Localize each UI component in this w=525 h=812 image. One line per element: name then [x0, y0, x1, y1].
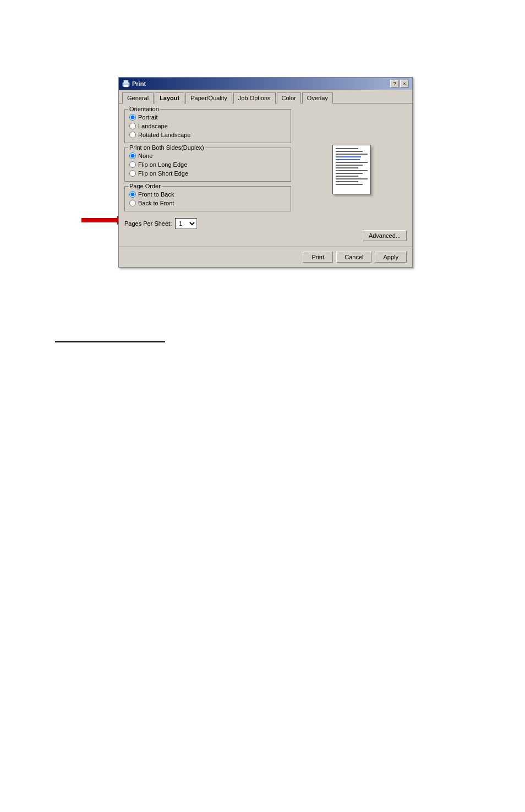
page-order-group-title: Page Order	[128, 183, 162, 189]
preview-line-11	[336, 176, 358, 177]
left-panel: Orientation Portrait Landscape Rotated L…	[124, 109, 291, 241]
underline	[55, 341, 165, 342]
button-bar: Print Cancel Apply	[119, 247, 412, 267]
front-to-back-label: Front to Back	[138, 191, 174, 198]
dialog-title: Print	[132, 80, 146, 87]
tab-bar: General Layout Paper/Quality Job Options…	[119, 90, 412, 103]
tab-general[interactable]: General	[122, 92, 154, 103]
landscape-label: Landscape	[138, 123, 168, 129]
preview-area	[297, 109, 407, 230]
preview-line-6	[336, 162, 368, 163]
preview-line-8	[336, 167, 358, 168]
duplex-group: Print on Both Sides(Duplex) None Flip on…	[124, 148, 291, 182]
portrait-option: Portrait	[129, 114, 286, 121]
flip-long-edge-option: Flip on Long Edge	[129, 161, 286, 168]
preview-line-1	[336, 148, 358, 149]
help-button[interactable]: ?	[390, 80, 399, 88]
rotated-landscape-label: Rotated Landscape	[138, 132, 190, 138]
preview-line-10	[336, 173, 363, 174]
advanced-button[interactable]: Advanced...	[363, 230, 407, 241]
svg-rect-2	[124, 80, 128, 83]
page-order-group: Page Order Front to Back Back to Front	[124, 186, 291, 211]
tab-color[interactable]: Color	[277, 92, 301, 103]
apply-button[interactable]: Apply	[375, 252, 407, 263]
printer-icon	[122, 80, 130, 88]
flip-long-edge-radio[interactable]	[129, 161, 136, 168]
title-bar-buttons: ? ×	[390, 80, 409, 88]
cancel-button[interactable]: Cancel	[336, 252, 371, 263]
svg-rect-4	[128, 84, 129, 84]
none-label: None	[138, 152, 152, 159]
front-to-back-option: Front to Back	[129, 191, 286, 198]
print-button[interactable]: Print	[303, 252, 333, 263]
flip-long-edge-label: Flip on Long Edge	[138, 161, 187, 168]
tab-job-options[interactable]: Job Options	[233, 92, 276, 103]
back-to-front-option: Back to Front	[129, 200, 286, 206]
landscape-option: Landscape	[129, 123, 286, 129]
none-radio[interactable]	[129, 152, 136, 159]
preview-line-12	[336, 178, 368, 179]
landscape-radio[interactable]	[129, 123, 136, 129]
page-preview	[332, 145, 371, 194]
back-to-front-radio[interactable]	[129, 200, 136, 206]
pages-per-sheet-label: Pages Per Sheet:	[124, 220, 172, 227]
print-dialog: Print ? × General Layout Paper/Quality J…	[118, 77, 413, 268]
preview-line-5	[336, 159, 360, 160]
rotated-landscape-radio[interactable]	[129, 132, 136, 138]
preview-line-3	[336, 154, 368, 155]
flip-short-edge-option: Flip on Short Edge	[129, 170, 286, 177]
right-panel: Advanced...	[297, 109, 407, 241]
flip-short-edge-radio[interactable]	[129, 170, 136, 177]
tab-overlay[interactable]: Overlay	[302, 92, 333, 103]
rotated-landscape-option: Rotated Landscape	[129, 132, 286, 138]
title-bar-left: Print	[122, 80, 146, 88]
title-bar: Print ? ×	[119, 78, 412, 90]
pages-per-sheet-select[interactable]: 1 2 4 6 9 16	[175, 218, 197, 229]
preview-line-13	[336, 181, 358, 182]
front-to-back-radio[interactable]	[129, 191, 136, 198]
none-option: None	[129, 152, 286, 159]
preview-line-9	[336, 170, 368, 171]
page-wrapper: Print ? × General Layout Paper/Quality J…	[0, 0, 525, 812]
preview-line-2	[336, 151, 363, 152]
duplex-group-title: Print on Both Sides(Duplex)	[128, 144, 205, 151]
close-button[interactable]: ×	[400, 80, 409, 88]
svg-rect-3	[124, 85, 128, 87]
dialog-content: Orientation Portrait Landscape Rotated L…	[119, 103, 412, 247]
portrait-radio[interactable]	[129, 114, 136, 121]
portrait-label: Portrait	[138, 114, 157, 121]
orientation-group-title: Orientation	[128, 106, 160, 112]
preview-line-7	[336, 165, 363, 166]
preview-line-4	[336, 156, 361, 157]
orientation-group: Orientation Portrait Landscape Rotated L…	[124, 109, 291, 143]
tab-layout[interactable]: Layout	[155, 92, 184, 103]
pages-per-sheet-row: Pages Per Sheet: 1 2 4 6 9 16	[124, 218, 291, 229]
back-to-front-label: Back to Front	[138, 200, 174, 206]
preview-line-14	[336, 184, 363, 185]
flip-short-edge-label: Flip on Short Edge	[138, 170, 188, 177]
tab-paper-quality[interactable]: Paper/Quality	[185, 92, 232, 103]
